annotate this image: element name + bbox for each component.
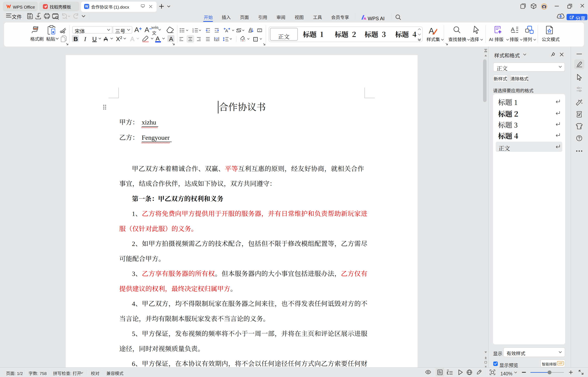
svg-text:A: A: [511, 26, 515, 33]
svg-text:3: 3: [192, 31, 194, 33]
svg-text:A: A: [225, 28, 228, 33]
